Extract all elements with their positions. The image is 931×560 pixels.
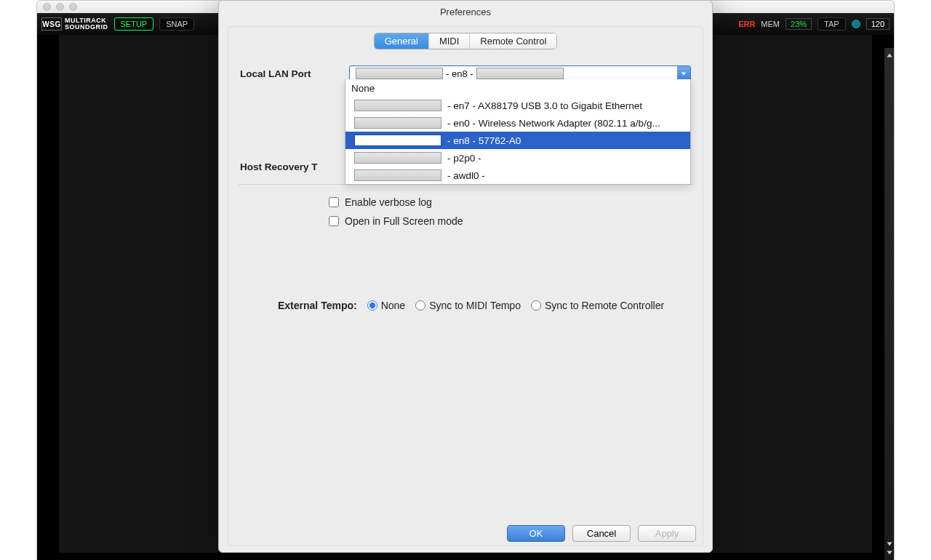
verbose-log-label: Enable verbose log	[345, 196, 432, 208]
lan-port-dropdown[interactable]: None - en7 - AX88179 USB 3.0 to Gigabit …	[345, 79, 691, 185]
tempo-option-none[interactable]: None	[367, 300, 405, 311]
dialog-title: Preferences	[219, 1, 712, 22]
tab-midi[interactable]: MIDI	[429, 33, 470, 49]
snap-button[interactable]: SNAP	[159, 17, 194, 31]
fullscreen-row: Open in Full Screen mode	[329, 215, 697, 227]
ok-button[interactable]: OK	[507, 525, 565, 542]
mac-mask-icon	[476, 68, 564, 79]
mac-mask-icon	[354, 117, 441, 129]
mac-mask-icon	[354, 100, 441, 111]
tempo-option-midi[interactable]: Sync to MIDI Tempo	[415, 300, 521, 311]
tempo-led-icon	[852, 20, 860, 28]
mac-mask-icon	[356, 68, 443, 79]
lan-option-en0[interactable]: - en0 - Wireless Network Adapter (802.11…	[345, 114, 690, 132]
right-scrollbar[interactable]	[884, 48, 894, 560]
svg-marker-1	[887, 543, 892, 546]
external-tempo-label: External Tempo:	[278, 300, 357, 311]
mac-mask-icon	[354, 169, 441, 181]
close-icon[interactable]	[43, 3, 51, 11]
mac-mask-icon	[354, 135, 441, 146]
fullscreen-checkbox[interactable]	[329, 216, 339, 226]
lan-option-en7[interactable]: - en7 - AX88179 USB 3.0 to Gigabit Ether…	[345, 97, 690, 114]
tab-remote-control[interactable]: Remote Control	[470, 33, 556, 49]
lan-option-p2p0[interactable]: - p2p0 -	[345, 149, 690, 167]
err-indicator: ERR	[738, 20, 755, 28]
cancel-button[interactable]: Cancel	[572, 525, 631, 542]
lan-option-awdl0[interactable]: - awdl0 -	[345, 167, 690, 184]
fullscreen-label: Open in Full Screen mode	[345, 215, 463, 227]
sg-logo-icon: WSG	[41, 17, 62, 31]
setup-button[interactable]: SETUP	[114, 17, 154, 31]
recovery-label: Host Recovery T	[240, 161, 318, 172]
tempo-radio-remote[interactable]	[531, 300, 541, 311]
apply-button[interactable]: Apply	[638, 525, 696, 542]
tempo-radio-none[interactable]	[367, 300, 377, 311]
tab-general[interactable]: General	[375, 33, 429, 49]
svg-marker-0	[887, 54, 892, 57]
scroll-down-icon[interactable]	[885, 540, 894, 548]
app-logo: WSG MULTIRACK SOUNDGRID	[41, 17, 108, 31]
verbose-log-row: Enable verbose log	[329, 196, 697, 208]
lan-selected-text: - en8 -	[446, 68, 474, 79]
tempo-option-remote[interactable]: Sync to Remote Controller	[531, 300, 664, 311]
tap-button[interactable]: TAP	[818, 17, 846, 31]
dialog-button-bar: OK Cancel Apply	[507, 525, 696, 542]
lan-port-label: Local LAN Port	[240, 68, 342, 79]
verbose-log-checkbox[interactable]	[329, 197, 339, 207]
scroll-up-icon[interactable]	[885, 51, 894, 60]
lan-option-en8[interactable]: - en8 - 57762-A0	[345, 132, 690, 149]
tempo-radio-midi[interactable]	[415, 300, 425, 311]
svg-marker-3	[682, 72, 686, 75]
zoom-icon[interactable]	[69, 3, 77, 11]
scroll-down2-icon[interactable]	[885, 548, 894, 557]
traffic-lights	[43, 3, 77, 11]
mac-mask-icon	[354, 152, 441, 164]
minimize-icon[interactable]	[56, 3, 64, 11]
logo-line2: SOUNDGRID	[65, 24, 108, 31]
mem-label: MEM	[761, 20, 780, 28]
external-tempo-row: External Tempo: None Sync to MIDI Tempo …	[278, 300, 697, 311]
lan-option-none[interactable]: None	[345, 79, 690, 97]
chevron-down-icon[interactable]	[677, 66, 690, 81]
svg-marker-2	[887, 551, 892, 555]
preferences-dialog: Preferences General MIDI Remote Control …	[218, 0, 713, 553]
dialog-content: General MIDI Remote Control Local LAN Po…	[228, 26, 703, 546]
bpm-value[interactable]: 120	[866, 18, 890, 30]
mem-value: 23%	[786, 18, 812, 30]
tab-bar: General MIDI Remote Control	[234, 33, 697, 49]
